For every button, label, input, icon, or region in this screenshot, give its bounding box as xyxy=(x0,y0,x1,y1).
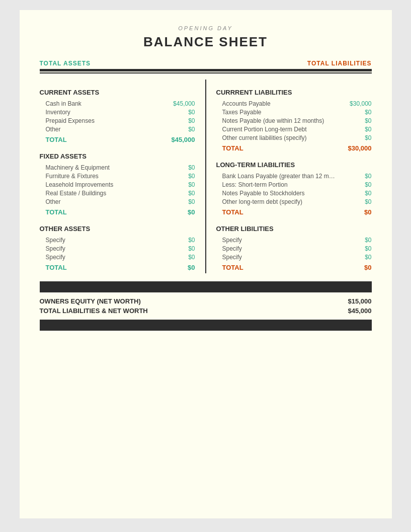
list-item: Cash in Bank $45,000 xyxy=(40,100,195,107)
total-value: $0 xyxy=(165,208,195,216)
list-item: Specify $0 xyxy=(40,254,195,261)
item-label: Other xyxy=(46,198,61,205)
page-header: OPENING DAY BALANCE SHEET xyxy=(40,25,372,50)
item-label: Other long-term debt (specify) xyxy=(222,198,302,205)
total-label: TOTAL xyxy=(222,208,243,216)
total-value: $45,000 xyxy=(165,136,195,143)
list-item: Specify $0 xyxy=(216,237,372,244)
total-liabilities-net-worth-value: $45,000 xyxy=(348,307,372,315)
item-value: $0 xyxy=(165,190,195,197)
item-value: $0 xyxy=(342,126,372,133)
total-label: TOTAL xyxy=(222,144,243,152)
summary-divider-bottom xyxy=(40,320,372,331)
total-label: TOTAL xyxy=(222,264,243,271)
list-item: Other $0 xyxy=(40,198,195,205)
item-label: Machinery & Equipment xyxy=(46,164,110,171)
item-label: Inventory xyxy=(46,109,70,116)
summary-divider-top xyxy=(40,281,372,292)
current-assets-title: CURRENT ASSETS xyxy=(40,89,195,96)
list-item: Prepaid Expenses $0 xyxy=(40,117,195,124)
top-divider-thin xyxy=(40,72,372,73)
item-value: $0 xyxy=(342,190,372,197)
list-item: Other current liabilities (specify) $0 xyxy=(216,134,372,141)
column-headers: TOTAL ASSETS TOTAL LIABILITIES xyxy=(40,60,372,67)
item-label: Specify xyxy=(46,237,65,244)
total-liabilities-row: TOTAL LIABILITIES & NET WORTH $45,000 xyxy=(40,307,372,315)
item-value: $0 xyxy=(342,237,372,244)
fixed-assets-title: FIXED ASSETS xyxy=(40,153,195,160)
fixed-assets-total: TOTAL $0 xyxy=(40,208,195,216)
owners-equity-value: $15,000 xyxy=(348,297,372,305)
item-label: Other current liabilities (specify) xyxy=(222,134,307,141)
current-assets-total: TOTAL $45,000 xyxy=(40,136,195,143)
item-value: $0 xyxy=(165,245,195,252)
list-item: Specify $0 xyxy=(216,254,372,261)
balance-sheet-page: OPENING DAY BALANCE SHEET TOTAL ASSETS T… xyxy=(20,10,392,518)
item-label: Taxes Payable xyxy=(222,109,262,116)
item-label: Notes Payable (due within 12 months) xyxy=(222,117,324,124)
item-value: $0 xyxy=(342,198,372,205)
page-title: BALANCE SHEET xyxy=(40,34,372,50)
item-value: $30,000 xyxy=(342,100,372,107)
current-liabilities-title: CURRRENT LIABILITIES xyxy=(216,89,372,96)
list-item: Specify $0 xyxy=(216,245,372,252)
other-liabilities-title: OTHER LIBILITIES xyxy=(216,225,372,233)
total-label: TOTAL xyxy=(46,136,67,143)
other-assets-title: OTHER ASSETS xyxy=(40,225,195,233)
total-liabilities-net-worth-label: TOTAL LIABILITIES & NET WORTH xyxy=(40,307,148,315)
total-value: $0 xyxy=(342,264,372,271)
list-item: Other $0 xyxy=(40,126,195,133)
list-item: Machinery & Equipment $0 xyxy=(40,164,195,171)
item-value: $0 xyxy=(165,181,195,188)
total-value: $0 xyxy=(165,264,195,271)
owners-equity-row: OWNERS EQUITY (NET WORTH) $15,000 xyxy=(40,297,372,305)
item-label: Furniture & Fixtures xyxy=(46,173,99,180)
list-item: Taxes Payable $0 xyxy=(216,109,372,116)
main-columns: CURRENT ASSETS Cash in Bank $45,000 Inve… xyxy=(40,80,372,273)
long-term-liabilities-title: LONG-TERM LIABILITIES xyxy=(216,161,372,169)
item-label: Prepaid Expenses xyxy=(46,117,95,124)
list-item: Notes Payable (due within 12 months) $0 xyxy=(216,117,372,124)
list-item: Real Estate / Buildings $0 xyxy=(40,190,195,197)
liabilities-column: CURRRENT LIABILITIES Accounts Payable $3… xyxy=(206,80,372,273)
other-assets-total: TOTAL $0 xyxy=(40,264,195,271)
item-value: $0 xyxy=(165,198,195,205)
item-label: Accounts Payable xyxy=(222,100,271,107)
list-item: Less: Short-term Portion $0 xyxy=(216,181,372,188)
total-label: TOTAL xyxy=(46,264,67,271)
item-value: $0 xyxy=(165,173,195,180)
item-value: $0 xyxy=(165,126,195,133)
item-label: Notes Payable to Stockholders xyxy=(222,190,305,197)
total-label: TOTAL xyxy=(46,208,67,216)
page-subtitle: OPENING DAY xyxy=(40,25,372,31)
item-value: $0 xyxy=(342,134,372,141)
other-liabilities-total: TOTAL $0 xyxy=(216,264,372,271)
list-item: Other long-term debt (specify) $0 xyxy=(216,198,372,205)
item-label: Leasehold Improvements xyxy=(46,181,114,188)
item-value: $0 xyxy=(165,109,195,116)
item-label: Current Portion Long-term Debt xyxy=(222,126,307,133)
total-assets-header: TOTAL ASSETS xyxy=(40,60,91,67)
list-item: Notes Payable to Stockholders $0 xyxy=(216,190,372,197)
item-value: $45,000 xyxy=(165,100,195,107)
list-item: Furniture & Fixtures $0 xyxy=(40,173,195,180)
item-value: $0 xyxy=(165,237,195,244)
item-label: Other xyxy=(46,126,61,133)
item-label: Real Estate / Buildings xyxy=(46,190,107,197)
item-value: $0 xyxy=(342,173,372,180)
item-value: $0 xyxy=(165,117,195,124)
item-value: $0 xyxy=(342,181,372,188)
top-divider-thick xyxy=(40,69,372,71)
item-label: Specify xyxy=(46,245,65,252)
item-label: Bank Loans Payable (greater than 12 m… xyxy=(222,173,335,180)
item-label: Specify xyxy=(222,237,242,244)
total-value: $0 xyxy=(342,208,372,216)
list-item: Specify $0 xyxy=(40,245,195,252)
item-label: Specify xyxy=(46,254,65,261)
total-value: $30,000 xyxy=(342,144,372,152)
list-item: Inventory $0 xyxy=(40,109,195,116)
item-label: Specify xyxy=(222,254,242,261)
current-liabilities-total: TOTAL $30,000 xyxy=(216,144,372,152)
list-item: Current Portion Long-term Debt $0 xyxy=(216,126,372,133)
item-value: $0 xyxy=(342,117,372,124)
